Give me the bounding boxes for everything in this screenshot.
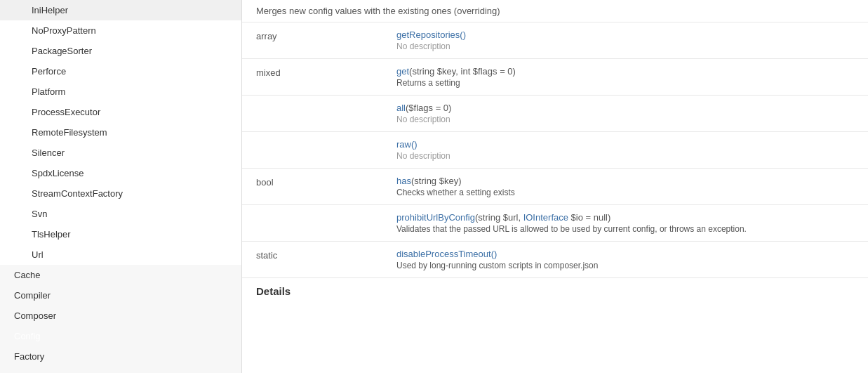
main-content: Merges new config values with the existi…	[242, 0, 868, 373]
method-type	[256, 103, 396, 104]
top-text: Merges new config values with the existi…	[256, 6, 500, 16]
param-link[interactable]: IOInterface	[523, 212, 568, 223]
sidebar-item-packagesorter[interactable]: PackageSorter	[0, 41, 241, 61]
method-row: staticdisableProcessTimeout()Used by lon…	[242, 242, 868, 278]
method-name[interactable]: disableProcessTimeout()	[396, 249, 854, 259]
method-params-after: $io = null)	[568, 212, 610, 223]
method-name-link[interactable]: get	[396, 66, 409, 77]
sidebar-item-spdxlicense[interactable]: SpdxLicense	[0, 163, 241, 183]
method-params: (string $key)	[411, 176, 462, 186]
sidebar-item-composer[interactable]: Composer	[0, 306, 241, 326]
method-row: prohibitUrlByConfig(string $url, IOInter…	[242, 205, 868, 242]
method-info: getRepositories()No description	[396, 30, 854, 51]
method-name[interactable]: has(string $key)	[396, 176, 854, 186]
method-type	[256, 139, 396, 140]
sidebar-item-installer[interactable]: Installer	[0, 367, 241, 373]
method-name-link[interactable]: disableProcessTimeout()	[396, 249, 497, 259]
method-desc: Validates that the passed URL is allowed…	[396, 224, 854, 234]
method-type: array	[256, 30, 396, 41]
method-row: mixedget(string $key, int $flags = 0)Ret…	[242, 59, 868, 96]
method-info: prohibitUrlByConfig(string $url, IOInter…	[396, 212, 854, 234]
method-params: ($flags = 0)	[406, 103, 451, 113]
method-info: raw()No description	[396, 139, 854, 161]
method-desc: No description	[396, 41, 854, 51]
method-info: all($flags = 0)No description	[396, 103, 854, 124]
sidebar-item-compiler[interactable]: Compiler	[0, 285, 241, 306]
sidebar-item-platform[interactable]: Platform	[0, 81, 241, 102]
method-desc: No description	[396, 114, 854, 124]
sidebar-item-remotefilesystem[interactable]: RemoteFilesystem	[0, 122, 241, 143]
method-name-link[interactable]: prohibitUrlByConfig	[396, 212, 475, 223]
method-params: (string $url,	[475, 212, 523, 223]
method-row: all($flags = 0)No description	[242, 96, 868, 132]
method-name[interactable]: all($flags = 0)	[396, 103, 854, 113]
sidebar-item-url[interactable]: Url	[0, 244, 241, 265]
method-name[interactable]: getRepositories()	[396, 30, 854, 40]
method-desc: No description	[396, 151, 854, 161]
method-type	[256, 212, 396, 214]
method-row: raw()No description	[242, 132, 868, 169]
method-row: boolhas(string $key)Checks whether a set…	[242, 169, 868, 205]
method-info: get(string $key, int $flags = 0)Returns …	[396, 66, 854, 88]
method-name[interactable]: raw()	[396, 139, 854, 150]
sidebar-item-tlshelper[interactable]: TlsHelper	[0, 224, 241, 244]
method-row: arraygetRepositories()No description	[242, 22, 868, 59]
details-heading: Details	[242, 278, 868, 304]
sidebar-item-factory[interactable]: Factory	[0, 346, 241, 367]
method-name[interactable]: get(string $key, int $flags = 0)	[396, 66, 854, 77]
method-params: (string $key, int $flags = 0)	[409, 66, 516, 77]
sidebar-item-config[interactable]: Config	[0, 326, 241, 346]
sidebar-item-inihelper[interactable]: IniHelper	[0, 0, 241, 20]
top-row: Merges new config values with the existi…	[242, 0, 868, 22]
sidebar: IniHelperNoProxyPatternPackageSorterPerf…	[0, 0, 242, 373]
method-info: disableProcessTimeout()Used by long-runn…	[396, 249, 854, 270]
method-name-link[interactable]: all	[396, 103, 406, 113]
sidebar-item-silencer[interactable]: Silencer	[0, 143, 241, 163]
sidebar-item-noproxypattern[interactable]: NoProxyPattern	[0, 20, 241, 41]
sidebar-item-perforce[interactable]: Perforce	[0, 61, 241, 81]
sidebar-item-streamcontextfactory[interactable]: StreamContextFactory	[0, 183, 241, 204]
method-name[interactable]: prohibitUrlByConfig(string $url, IOInter…	[396, 212, 854, 223]
sidebar-item-cache[interactable]: Cache	[0, 265, 241, 285]
method-type: static	[256, 249, 396, 261]
method-type: mixed	[256, 66, 396, 78]
sidebar-item-svn[interactable]: Svn	[0, 204, 241, 224]
method-info: has(string $key)Checks whether a setting…	[396, 176, 854, 197]
method-name-link[interactable]: has	[396, 176, 411, 186]
sidebar-item-processexecutor[interactable]: ProcessExecutor	[0, 102, 241, 122]
method-desc: Checks whether a setting exists	[396, 188, 854, 197]
method-name-link[interactable]: getRepositories()	[396, 30, 466, 40]
method-name-link[interactable]: raw()	[396, 139, 418, 150]
method-desc: Used by long-running custom scripts in c…	[396, 261, 854, 270]
method-type: bool	[256, 176, 396, 188]
method-desc: Returns a setting	[396, 78, 854, 88]
